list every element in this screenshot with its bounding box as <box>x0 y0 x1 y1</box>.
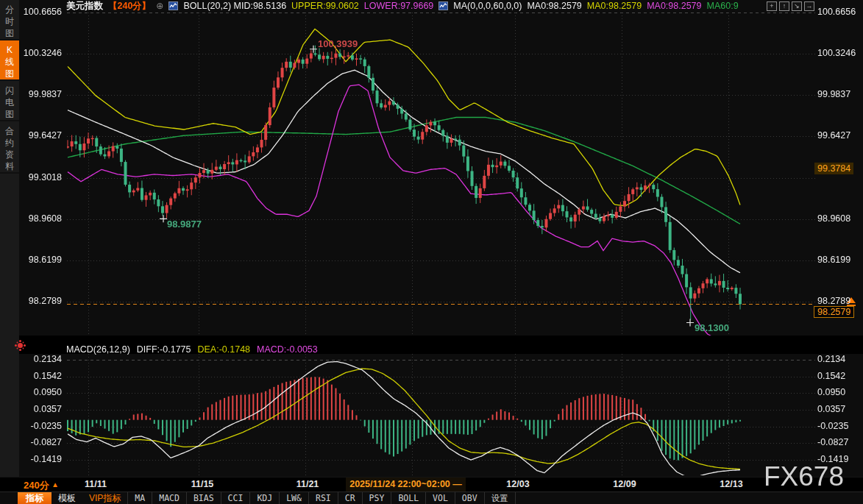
axis-tick-label: -0.0827 <box>817 437 859 447</box>
period-label[interactable]: 240分 <box>24 479 49 492</box>
toolbar-item-LW&[interactable]: LW& <box>280 492 309 504</box>
toolbar-item-RSI[interactable]: RSI <box>309 492 338 504</box>
time-axis-label: 11/11 <box>85 479 107 489</box>
toolbar-item-MACD[interactable]: MACD <box>152 492 187 504</box>
axis-tick-label: 99.9837 <box>21 89 62 99</box>
price-chart-canvas[interactable] <box>0 0 863 504</box>
header-segment: 【240分】 <box>108 0 151 13</box>
axis-tick-label: 100.6656 <box>817 7 859 17</box>
header-segment: 美元指数 <box>66 0 103 13</box>
toolbar-item-模板[interactable]: 模板 <box>52 492 82 504</box>
macd-diff-value: DIFF:-0.1775 <box>137 344 191 356</box>
header-segment: UPPER:99.0602 <box>291 1 359 11</box>
axis-tick-label: 99.6427 <box>21 130 62 141</box>
toolbar-item-VOL[interactable]: VOL <box>426 492 455 504</box>
pane-up-icon[interactable]: ↑ <box>779 1 789 11</box>
header-segment: MA0:98.2579 <box>587 1 642 11</box>
time-axis-label: 11/21 <box>296 479 319 489</box>
sidebar-tab-label: 合约资料 <box>4 125 15 172</box>
axis-tick-label: -0.1419 <box>21 454 62 464</box>
axis-tick-label: -0.0235 <box>817 421 859 431</box>
chart-tool-icons: +↑↘→ <box>767 1 814 11</box>
toolbar-item-BIAS[interactable]: BIAS <box>187 492 221 504</box>
ma-mini-chart-icon[interactable] <box>438 1 448 10</box>
watermark: FX678 <box>764 461 844 492</box>
axis-tick-label: 0.2134 <box>817 354 859 364</box>
macd-macd-value: MACD:-0.0053 <box>257 344 318 356</box>
toolbar-item-BOLL[interactable]: BOLL <box>391 492 426 504</box>
indicator-toolbar: 指标模板VIP指标MAMACDBIASCCIKDJLW&RSICRPSYBOLL… <box>0 491 863 504</box>
toolbar-item-MA[interactable]: MA <box>128 492 152 504</box>
header-segment: MA0:98.2579 <box>527 1 581 11</box>
last-price-badge: 98.2579 <box>814 306 854 318</box>
sidebar-tab-label: 闪电图 <box>4 85 15 120</box>
axis-tick-label: 98.6199 <box>21 255 62 265</box>
axis-tick-label: 99.3018 <box>21 172 62 182</box>
time-axis-row: 240分 ▲ 2025/11/24 22:00~02:00 — 11/1111/… <box>0 477 863 491</box>
axis-tick-label: 98.2789 <box>21 296 62 306</box>
sidebar-tab-1[interactable]: 分时图 <box>0 0 19 40</box>
axis-tick-label: 0.1542 <box>21 371 62 381</box>
sidebar-tab-label: K线图 <box>4 44 15 79</box>
toolbar-item-CR[interactable]: CR <box>338 492 363 504</box>
sidebar-tab-2[interactable]: K线图 <box>0 40 19 81</box>
time-axis-label: 12/09 <box>613 479 636 489</box>
sidebar-tab-label: 分时图 <box>4 4 15 39</box>
toolbar-item-OBV[interactable]: OBV <box>455 492 485 504</box>
toolbar-item-KDJ[interactable]: KDJ <box>250 492 280 504</box>
axis-tick-label: 0.2134 <box>21 354 62 364</box>
header-segment: MA(0,0,0,60,0,0) <box>453 1 522 11</box>
macd-dea-value: DEA:-0.1748 <box>197 344 250 356</box>
toolbar-item-PSY[interactable]: PSY <box>363 492 392 504</box>
axis-tick-label: 0.1542 <box>817 371 859 381</box>
toolbar-item-设置[interactable]: 设置 <box>485 492 516 504</box>
time-axis-label: 12/13 <box>720 479 742 489</box>
sidebar: 分时图K线图闪电图合约资料 <box>0 0 19 477</box>
axis-tick-label: 98.9608 <box>817 213 859 224</box>
sidebar-tab-4[interactable]: 合约资料 <box>0 121 19 174</box>
axis-tick-label: 0.0357 <box>21 404 62 414</box>
pane-right-icon[interactable]: → <box>804 1 814 11</box>
axis-tick-label: 0.0950 <box>817 387 859 397</box>
axis-tick-label: 98.9608 <box>21 213 62 224</box>
axis-tick-label: 100.6656 <box>21 7 62 17</box>
axis-tick-label: 100.3246 <box>21 48 62 58</box>
macd-header: MACD(26,12,9) DIFF:-0.1775 DEA:-0.1748 M… <box>66 344 318 356</box>
move-icon[interactable]: + <box>767 1 777 11</box>
pane-down-icon[interactable]: ↘ <box>792 1 802 11</box>
toolbar-item-指标[interactable]: 指标 <box>18 492 52 504</box>
axis-tick-label: -0.0827 <box>21 437 62 447</box>
axis-tick-label: 99.6427 <box>817 130 859 141</box>
indicator-alert-icon[interactable] <box>18 343 23 348</box>
header-segment: MA60:9 <box>707 1 739 11</box>
axis-tick-label: 98.6199 <box>817 255 859 265</box>
link-circle-icon[interactable]: ⊕ <box>156 1 163 11</box>
axis-tick-label: 0.0950 <box>21 387 62 397</box>
axis-tick-label: 100.3246 <box>817 48 859 58</box>
header-segment: LOWER:97.9669 <box>364 1 434 11</box>
price-marker-badge: 99.3784 <box>814 163 853 174</box>
toolbar-item-VIP指标[interactable]: VIP指标 <box>82 492 128 504</box>
axis-tick-label: 98.2789 <box>817 296 859 306</box>
axis-tick-label: 99.9837 <box>817 89 859 99</box>
sidebar-tab-3[interactable]: 闪电图 <box>0 81 19 121</box>
boll-mini-chart-icon[interactable] <box>168 1 178 10</box>
axis-tick-label: -0.0235 <box>21 421 62 431</box>
chart-window: 分时图K线图闪电图合约资料 美元指数【240分】⊕BOLL(20,2) MID:… <box>0 0 863 504</box>
chart-header: 美元指数【240分】⊕BOLL(20,2) MID:98.5136UPPER:9… <box>66 0 739 12</box>
axis-tick-label: 0.0357 <box>817 404 859 414</box>
toolbar-item-CCI[interactable]: CCI <box>221 492 251 504</box>
macd-params-label: MACD(26,12,9) <box>66 344 130 356</box>
header-segment: MA0:98.2579 <box>647 1 701 11</box>
crosshair-date-badge: 2025/11/24 22:00~02:00 — <box>346 478 466 491</box>
header-segment: BOLL(20,2) MID:98.5136 <box>183 1 286 11</box>
collapse-arrow-icon[interactable]: ▲ <box>52 480 59 489</box>
time-axis-label: 11/15 <box>191 479 214 489</box>
time-axis-label: 12/03 <box>506 479 529 489</box>
